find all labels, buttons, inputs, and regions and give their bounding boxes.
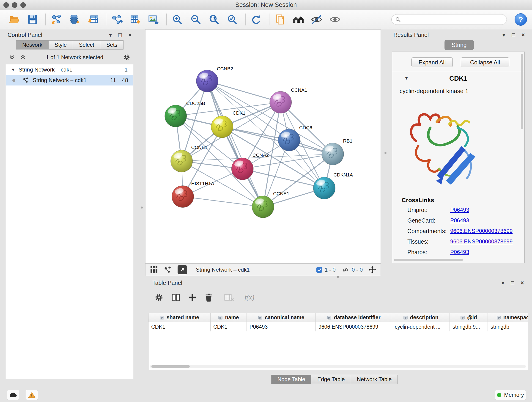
column-header-description[interactable]: description	[392, 313, 450, 322]
network-options-gear-icon[interactable]	[123, 53, 131, 61]
show-hide-panels-button[interactable]	[292, 13, 305, 26]
panel-close-icon[interactable]: ×	[521, 32, 525, 38]
column-header-name[interactable]: name	[210, 313, 247, 322]
network-edge-HIST1H1A-CCNE1[interactable]	[183, 197, 263, 207]
crosslink-genecard-link[interactable]: P06493	[450, 217, 469, 225]
column-header-shared-name[interactable]: shared name	[148, 313, 210, 322]
cell-namespace[interactable]: stringdb	[488, 322, 528, 332]
network-node-CDKN1A[interactable]	[313, 177, 336, 199]
network-node-RB1[interactable]	[322, 143, 344, 165]
apply-layout-button[interactable]	[250, 13, 263, 26]
minimize-window-button[interactable]	[12, 2, 17, 8]
network-edge-CCNB2-CCNA1[interactable]	[207, 81, 280, 102]
cell-description[interactable]: cyclin-dependent ...	[392, 322, 450, 332]
cell-canonical-name[interactable]: P06493	[247, 322, 316, 332]
export-view-button[interactable]	[177, 265, 187, 274]
zoom-fit-button[interactable]	[208, 13, 220, 26]
show-graphics-details-button[interactable]	[329, 13, 341, 26]
table-row[interactable]: CDK1 CDK1 P06493 9606.ENSP00000378699 cy…	[148, 322, 528, 332]
crosslink-uniprot-link[interactable]: P06493	[450, 207, 469, 215]
tab-network[interactable]: Network	[16, 40, 49, 50]
collapse-all-icon[interactable]	[8, 54, 15, 61]
export-network-button[interactable]	[110, 13, 123, 26]
collapse-all-button[interactable]: Collapse All	[461, 57, 509, 67]
tab-edge-table[interactable]: Edge Table	[311, 375, 351, 384]
splitter-handle[interactable]	[385, 152, 386, 154]
expand-all-icon[interactable]	[19, 54, 26, 61]
results-tab-string[interactable]: String	[444, 40, 474, 50]
network-row-selected[interactable]: String Network – cdk1 11 48	[6, 75, 133, 85]
vertical-scrollbar-thumb[interactable]	[521, 54, 523, 129]
crosslink-tissues-link[interactable]: 9606.ENSP00000378699	[450, 238, 513, 247]
pan-crosshair-icon[interactable]	[369, 266, 376, 274]
help-button[interactable]: ?	[515, 13, 527, 26]
network-node-CCNB1[interactable]	[171, 150, 193, 172]
network-canvas[interactable]: CCNB2CCNA1CDC25BCDK1CDC6RB1CCNB1CCNA2CDK…	[145, 29, 381, 264]
crosslink-pharos-link[interactable]: P06493	[450, 249, 469, 257]
panel-menu-caret-icon[interactable]: ▾	[502, 32, 505, 38]
panel-float-icon[interactable]: □	[512, 32, 515, 38]
column-header-id[interactable]: @id	[450, 313, 488, 322]
open-session-button[interactable]	[8, 13, 21, 26]
panel-close-icon[interactable]: ×	[520, 280, 524, 286]
crosslink-compartments-link[interactable]: 9606.ENSP00000378699	[450, 228, 513, 236]
import-network-database-button[interactable]	[68, 13, 81, 26]
cloud-status-button[interactable]	[7, 390, 19, 400]
tab-select[interactable]: Select	[73, 40, 100, 50]
expand-all-button[interactable]: Expand All	[412, 57, 453, 67]
network-edge-CDK1-RB1[interactable]	[222, 127, 333, 154]
network-node-HIST1H1A[interactable]	[172, 186, 194, 208]
tab-sets[interactable]: Sets	[100, 40, 123, 50]
cell-id[interactable]: stringdb:9...	[450, 322, 488, 332]
cell-name[interactable]: CDK1	[210, 322, 247, 332]
network-node-CCNA2[interactable]	[231, 158, 253, 180]
collection-caret-icon[interactable]: ▾	[12, 67, 14, 73]
warnings-status-button[interactable]	[26, 390, 38, 400]
zoom-out-button[interactable]	[189, 13, 202, 26]
column-header-namespace[interactable]: namespac	[488, 313, 528, 322]
panel-float-icon[interactable]: □	[511, 280, 514, 286]
network-node-CCNB2[interactable]	[196, 70, 218, 92]
column-header-canonical-name[interactable]: canonical name	[247, 313, 316, 322]
close-window-button[interactable]	[3, 2, 9, 8]
splitter-handle[interactable]	[337, 276, 339, 278]
network-node-CCNE1[interactable]	[252, 196, 274, 218]
import-network-file-button[interactable]	[50, 13, 63, 26]
clone-network-button[interactable]	[273, 13, 286, 26]
network-collection-row[interactable]: ▾ String Network – cdk1 1	[6, 64, 133, 75]
splitter-handle[interactable]	[141, 206, 143, 209]
delete-column-button[interactable]	[204, 293, 213, 302]
zoom-selected-button[interactable]	[226, 13, 239, 26]
hide-graphics-details-button[interactable]	[310, 13, 323, 26]
function-builder-button[interactable]: f(x)	[244, 293, 254, 302]
save-session-button[interactable]	[26, 13, 39, 26]
tab-style[interactable]: Style	[48, 40, 73, 50]
network-node-CCNA1[interactable]	[270, 91, 292, 113]
column-header-database-identifier[interactable]: database identifier	[316, 313, 392, 322]
network-node-CDC6[interactable]	[278, 129, 300, 151]
table-horizontal-scrollbar[interactable]	[150, 365, 526, 368]
export-table-button[interactable]	[129, 13, 142, 26]
panel-float-icon[interactable]: □	[118, 32, 122, 38]
tab-node-table[interactable]: Node Table	[271, 375, 311, 384]
zoom-in-button[interactable]	[171, 13, 184, 26]
cell-database-identifier[interactable]: 9606.ENSP00000378699	[316, 322, 392, 332]
network-node-CDK1[interactable]	[211, 116, 233, 138]
import-table-button[interactable]	[87, 13, 99, 26]
selected-count-checkbox-icon[interactable]	[316, 267, 322, 273]
zoom-window-button[interactable]	[20, 2, 26, 8]
export-image-button[interactable]	[147, 13, 160, 26]
cell-shared-name[interactable]: CDK1	[148, 322, 210, 332]
panel-close-icon[interactable]: ×	[128, 32, 132, 38]
create-column-button[interactable]	[188, 293, 197, 302]
birds-eye-view-button[interactable]	[150, 266, 158, 274]
tab-network-table[interactable]: Network Table	[351, 375, 398, 384]
network-node-CDC25B[interactable]	[165, 105, 187, 127]
search-input[interactable]	[403, 16, 503, 23]
network-edge-CCNB2-CCNE1[interactable]	[207, 81, 263, 207]
show-columns-button[interactable]	[171, 293, 181, 303]
table-options-button[interactable]	[154, 293, 164, 302]
panel-menu-caret-icon[interactable]: ▾	[501, 280, 505, 286]
network-overview-button[interactable]	[164, 266, 172, 274]
memory-status-button[interactable]: Memory	[495, 390, 526, 400]
